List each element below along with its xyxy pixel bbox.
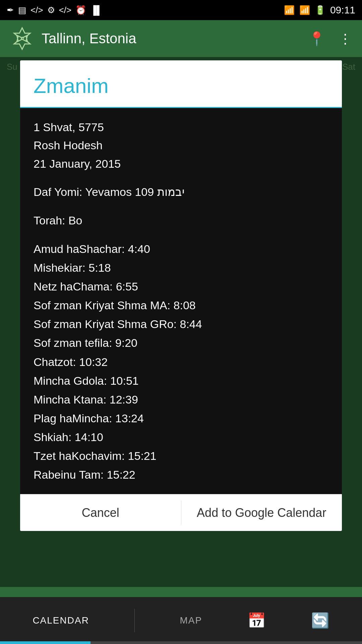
- header-left: ש Tallinn, Estonia: [10, 26, 136, 51]
- list-item: Mincha Gdola: 10:51: [34, 371, 328, 390]
- signal-icon: 📶: [299, 5, 310, 15]
- status-bar-right-icons: 📶 📶 🔋 09:11: [284, 4, 355, 16]
- add-to-calendar-button[interactable]: Add to Google Calendar: [181, 494, 342, 531]
- list-item: Mincha Ktana: 12:39: [34, 390, 328, 409]
- nav-refresh-btn[interactable]: 🔄: [311, 612, 329, 629]
- code2-icon: </>: [59, 5, 72, 15]
- image-icon: ▤: [18, 5, 26, 15]
- progress-bar-fill: [0, 641, 90, 644]
- status-bar-left-icons: ✒ ▤ </> ⚙ </> ⏰ ▐▌: [7, 5, 103, 15]
- code-icon: </>: [31, 5, 43, 15]
- list-item: Chatzot: 10:32: [34, 353, 328, 371]
- list-item: Netz haChama: 6:55: [34, 277, 328, 296]
- daf-yomi: Daf Yomi: Yevamos 109 יבמות: [34, 183, 328, 201]
- list-item: Shkiah: 14:10: [34, 428, 328, 446]
- dialog-body: 1 Shvat, 5775 Rosh Hodesh 21 January, 20…: [20, 108, 342, 494]
- date-gregorian: 21 January, 2015: [34, 155, 328, 173]
- date-special: Rosh Hodesh: [34, 136, 328, 154]
- barcode-icon: ▐▌: [90, 5, 103, 15]
- svg-text:ש: ש: [20, 35, 24, 41]
- wifi-icon: 📶: [284, 5, 295, 15]
- app-logo: ש: [10, 26, 34, 51]
- progress-bar-container: [0, 641, 362, 644]
- app-title: Tallinn, Estonia: [42, 31, 136, 47]
- map-nav-label: MAP: [180, 615, 202, 626]
- bottom-nav: CALENDAR MAP 📅 🔄: [0, 597, 362, 644]
- location-icon[interactable]: 📍: [308, 31, 325, 47]
- dialog-header: Zmanim: [20, 60, 342, 108]
- feather-icon: ✒: [7, 5, 14, 15]
- list-item: Mishekiar: 5:18: [34, 258, 328, 277]
- battery-icon: 🔋: [315, 5, 325, 15]
- list-item: Sof zman Kriyat Shma MA: 8:08: [34, 296, 328, 315]
- usb-icon: ⚙: [47, 5, 55, 15]
- nav-map[interactable]: MAP: [180, 615, 202, 626]
- dialog-footer: Cancel Add to Google Calendar: [20, 494, 342, 531]
- nav-divider: [134, 609, 135, 632]
- zmanim-dialog: Zmanim 1 Shvat, 5775 Rosh Hodesh 21 Janu…: [20, 60, 342, 531]
- list-item: Plag haMincha: 13:24: [34, 409, 328, 428]
- list-item: Amud haShachar: 4:40: [34, 239, 328, 258]
- list-item: Sof zman tefila: 9:20: [34, 333, 328, 352]
- nav-calendar-icon-btn[interactable]: 📅: [247, 612, 266, 629]
- status-bar: ✒ ▤ </> ⚙ </> ⏰ ▐▌ 📶 📶 🔋 09:11: [0, 0, 362, 20]
- calendar-nav-label: CALENDAR: [33, 615, 89, 626]
- refresh-icon: 🔄: [311, 612, 329, 629]
- status-time: 09:11: [330, 4, 355, 16]
- cancel-button[interactable]: Cancel: [20, 494, 181, 531]
- zmanim-list: Amud haShachar: 4:40Mishekiar: 5:18Netz …: [34, 239, 328, 484]
- calendar-icon: 📅: [247, 612, 266, 629]
- list-item: Sof zman Kriyat Shma GRo: 8:44: [34, 315, 328, 333]
- clock-icon: ⏰: [75, 5, 86, 15]
- list-item: Rabeinu Tam: 15:22: [34, 465, 328, 484]
- header-right: 📍 ⋮: [308, 31, 352, 47]
- dialog-title: Zmanim: [34, 74, 109, 97]
- torah-reading: Torah: Bo: [34, 211, 328, 229]
- date-hebrew: 1 Shvat, 5775: [34, 118, 328, 136]
- nav-calendar[interactable]: CALENDAR: [33, 615, 89, 626]
- app-header: ש Tallinn, Estonia 📍 ⋮: [0, 20, 362, 57]
- more-options-icon[interactable]: ⋮: [339, 31, 352, 46]
- list-item: Tzet haKochavim: 15:21: [34, 446, 328, 465]
